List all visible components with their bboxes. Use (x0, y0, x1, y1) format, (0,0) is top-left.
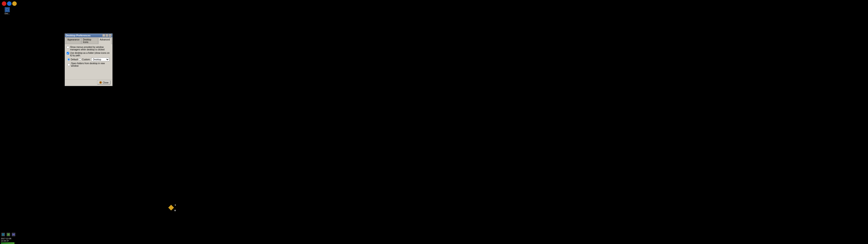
maximize-button[interactable]: □ (105, 34, 108, 37)
show-menus-label: Show menus provided by window managers w… (70, 46, 111, 51)
use-desktop-folder-label: Use desktop as a folder (show icons on i… (70, 52, 111, 57)
svg-rect-3 (2, 233, 4, 236)
dialog-tabs: Appearance Desktop Icons Advanced (65, 37, 112, 44)
taskbar-icons (0, 232, 17, 237)
open-folders-row: Open folders from desktop in new window (68, 62, 111, 67)
file-icon-image (5, 7, 10, 12)
radio-custom[interactable] (79, 58, 81, 61)
close-button-icon (99, 81, 102, 84)
taskbar-icon-1[interactable] (1, 232, 5, 237)
open-folders-label: Open folders from desktop in new window (71, 62, 111, 67)
taskbar: 2017-12-05 13:44:37 (0, 232, 17, 244)
floating-icon-area (169, 205, 176, 211)
svg-rect-7 (12, 234, 15, 235)
svg-rect-5 (7, 234, 9, 236)
tab-desktop-icons[interactable]: Desktop Icons (81, 38, 98, 44)
close-button-label: Close (103, 81, 108, 84)
top-icon-3[interactable] (12, 1, 17, 6)
tab-advanced[interactable]: Advanced (98, 38, 112, 44)
svg-rect-1 (6, 9, 8, 11)
taskbar-icon-3[interactable] (11, 232, 16, 237)
tiny-dot-icon (175, 205, 176, 206)
radio-default[interactable] (68, 58, 70, 61)
top-icon-1[interactable] (2, 1, 6, 6)
radio-default-label: Default (71, 58, 78, 61)
dialog-content: Show menus provided by window managers w… (65, 44, 112, 79)
path-select[interactable]: Desktop (91, 58, 110, 61)
taskbar-icon-2[interactable] (6, 232, 11, 237)
show-menus-checkbox[interactable] (67, 46, 69, 49)
path-radio-row: Default Custom: Desktop (68, 58, 111, 61)
dialog-titlebar[interactable]: Desktop Preferences _ □ × (65, 34, 112, 37)
desktop-preferences-dialog: Desktop Preferences _ □ × Appearance Des… (65, 33, 113, 86)
desktop-file-icon[interactable]: Des... (1, 7, 13, 15)
small-dot-icon (174, 210, 176, 211)
top-icon-2[interactable] (7, 1, 11, 6)
open-folders-checkbox[interactable] (68, 63, 70, 66)
taskbar-datetime: 2017-12-05 13:44:37 (0, 237, 12, 242)
diamond-icon (168, 205, 174, 210)
use-desktop-folder-checkbox[interactable] (67, 52, 69, 55)
taskbar-bar (1, 242, 14, 244)
titlebar-buttons: _ □ × (102, 34, 112, 37)
use-desktop-folder-row: Use desktop as a folder (show icons on i… (67, 52, 111, 57)
top-icon-row (1, 1, 18, 6)
desktop-icons-area: Des... (0, 0, 19, 16)
close-title-button[interactable]: × (109, 34, 112, 37)
show-menus-row: Show menus provided by window managers w… (67, 46, 111, 51)
dialog-footer: Close (65, 79, 112, 86)
tab-appearance[interactable]: Appearance (66, 38, 81, 44)
file-icon-label: Des... (4, 12, 10, 15)
dialog-title: Desktop Preferences (66, 34, 90, 37)
content-spacer (67, 67, 111, 79)
minimize-button[interactable]: _ (102, 34, 105, 37)
close-button[interactable]: Close (97, 81, 111, 85)
radio-custom-label: Custom: (82, 58, 90, 61)
